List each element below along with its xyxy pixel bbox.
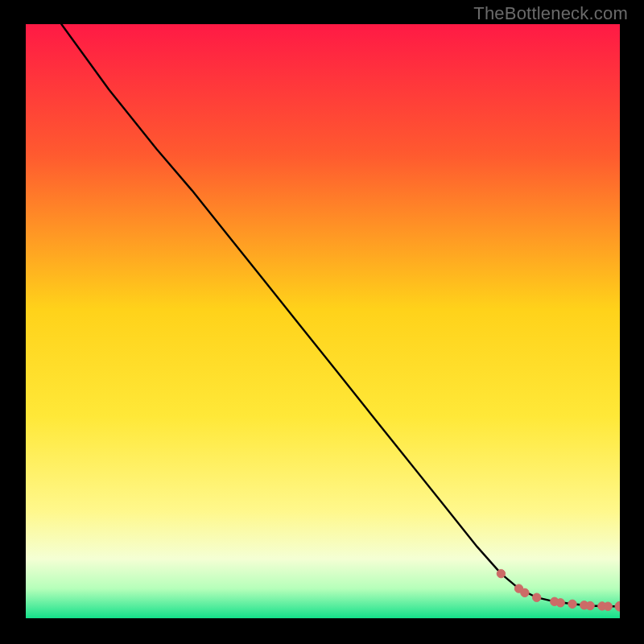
gradient-background	[26, 24, 620, 618]
watermark-text: TheBottleneck.com	[473, 3, 628, 24]
tail-dot	[497, 569, 505, 577]
tail-dot	[556, 599, 564, 607]
tail-dot	[604, 602, 612, 610]
tail-dot	[533, 593, 541, 601]
chart-svg	[26, 24, 620, 618]
tail-dot	[521, 588, 529, 597]
tail-dot	[586, 601, 594, 609]
plot-area	[26, 24, 620, 618]
tail-dot	[568, 600, 576, 608]
chart-frame: TheBottleneck.com	[0, 0, 644, 644]
